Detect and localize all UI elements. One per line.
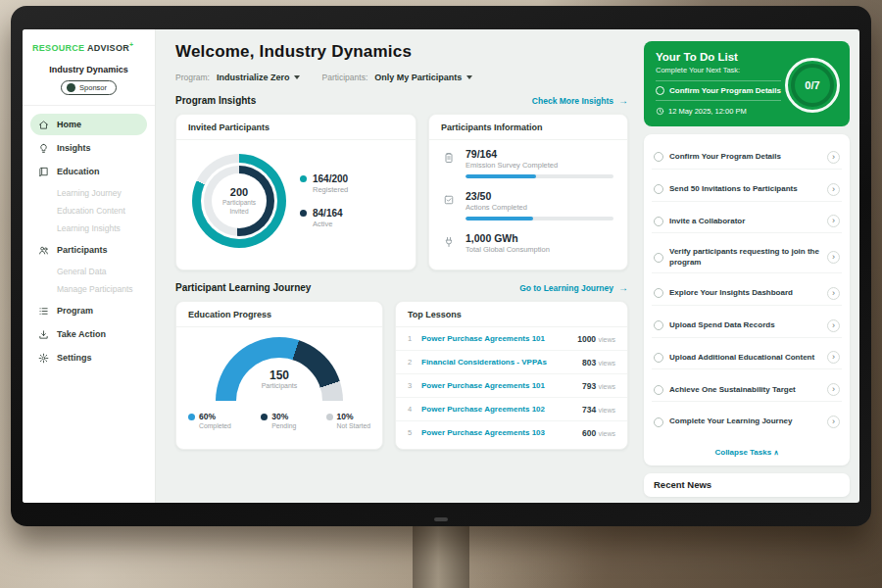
participants-information-card: Participants Information 79/164 Emission… <box>428 114 628 270</box>
todo-task[interactable]: Achieve One Sustainability Target › <box>652 378 842 402</box>
sidebar-item-program[interactable]: Program <box>30 300 147 321</box>
recent-news-header: Recent News <box>644 473 850 497</box>
lesson-views-word: views <box>598 383 615 390</box>
lesson-link[interactable]: Power Purchase Agreements 101 <box>421 381 574 390</box>
task-checkbox[interactable] <box>654 385 663 395</box>
donut-center-value: 200 <box>230 186 248 198</box>
chevron-right-icon[interactable]: › <box>827 383 840 396</box>
task-label: Upload Spend Data Records <box>669 320 821 330</box>
chevron-up-icon: ∧ <box>773 449 778 456</box>
sponsor-label: Sponsor <box>79 83 107 92</box>
monitor-logo <box>434 517 448 521</box>
sidebar-item-label: Settings <box>57 353 92 363</box>
sidebar-item-learning-insights[interactable]: Learning Insights <box>30 220 147 237</box>
go-to-learning-journey-label: Go to Learning Journey <box>519 283 613 293</box>
sponsor-badge[interactable]: Sponsor <box>61 80 117 95</box>
task-checkbox[interactable] <box>654 184 663 194</box>
sidebar-item-general-data[interactable]: General Data <box>30 263 147 280</box>
education-progress-card-title: Education Progress <box>176 302 382 327</box>
task-checkbox[interactable] <box>654 217 663 226</box>
todo-task[interactable]: Send 50 Invitations to Participants › <box>652 178 842 202</box>
gauge-legend: 60% Completed 30% Pending 10% Not Starte… <box>176 404 382 429</box>
sidebar-item-take-action[interactable]: Take Action <box>30 323 147 345</box>
sidebar-item-insights[interactable]: Insights <box>30 137 147 159</box>
lesson-rank: 3 <box>408 381 414 390</box>
legend-label: Not Started <box>337 422 370 429</box>
chevron-right-icon[interactable]: › <box>827 215 840 227</box>
collapse-tasks-label: Collapse Tasks <box>714 448 771 457</box>
legend-label: Registered <box>313 185 348 194</box>
sidebar-item-education[interactable]: Education <box>30 161 147 182</box>
main-content: Welcome, Industry Dynamics Program: Indu… <box>156 29 640 503</box>
chevron-down-icon <box>294 75 300 79</box>
program-filter-value: Industrialize Zero <box>217 73 290 82</box>
legend-label: Active <box>313 220 343 228</box>
chevron-right-icon[interactable]: › <box>827 251 840 264</box>
task-label: Achieve One Sustainability Target <box>669 385 821 395</box>
task-label: Upload Additional Educational Content <box>669 353 821 363</box>
task-checkbox[interactable] <box>656 86 664 95</box>
info-value: 1,000 GWh <box>466 232 613 244</box>
page-title: Welcome, Industry Dynamics <box>175 42 628 62</box>
todo-task[interactable]: Verify participants requesting to join t… <box>652 242 842 273</box>
learning-journey-title: Participant Learning Journey <box>175 282 311 293</box>
go-to-learning-journey-link[interactable]: Go to Learning Journey→ <box>519 282 628 293</box>
chevron-right-icon[interactable]: › <box>827 183 840 196</box>
todo-task[interactable]: Upload Additional Educational Content › <box>652 346 842 369</box>
sidebar-item-home[interactable]: Home <box>30 114 147 135</box>
chevron-right-icon[interactable]: › <box>827 351 840 364</box>
chevron-right-icon[interactable]: › <box>827 287 840 300</box>
todo-task[interactable]: Confirm Your Program Details › <box>652 146 842 170</box>
donut-legend: 164/200 Registered 84/164 Active <box>300 173 348 228</box>
lesson-link[interactable]: Power Purchase Agreements 103 <box>421 428 574 437</box>
sidebar-item-learning-journey[interactable]: Learning Journey <box>30 184 147 202</box>
task-checkbox[interactable] <box>654 417 663 427</box>
info-value: 23/50 <box>466 190 613 202</box>
gray-dot-icon <box>326 414 333 420</box>
sidebar-item-participants[interactable]: Participants <box>30 239 147 261</box>
task-label: Verify participants requesting to join t… <box>669 247 821 268</box>
sidebar-item-settings[interactable]: Settings <box>30 347 147 368</box>
lesson-link[interactable]: Power Purchase Agreements 101 <box>421 334 569 343</box>
task-checkbox[interactable] <box>654 353 663 363</box>
task-checkbox[interactable] <box>654 288 663 298</box>
gauge-center-label: Participants <box>216 382 343 389</box>
lesson-row: 5 Power Purchase Agreements 103 600 view… <box>396 421 627 444</box>
sidebar-item-manage-participants[interactable]: Manage Participants <box>30 280 147 298</box>
collapse-tasks-link[interactable]: Collapse Tasks ∧ <box>652 442 842 464</box>
sidebar-item-label: Insights <box>57 143 91 153</box>
todo-task[interactable]: Complete Your Learning Journey › <box>652 411 842 433</box>
chevron-right-icon[interactable]: › <box>827 319 840 332</box>
program-filter-dropdown[interactable]: Industrialize Zero <box>217 73 301 82</box>
task-checkbox[interactable] <box>654 152 663 162</box>
legend-value: 60% <box>199 412 231 421</box>
lesson-link[interactable]: Power Purchase Agreements 102 <box>421 405 574 414</box>
todo-next-task[interactable]: Confirm Your Program Details <box>656 80 781 101</box>
task-checkbox[interactable] <box>654 253 663 263</box>
sidebar-item-label: Take Action <box>57 329 106 339</box>
participants-information-card-title: Participants Information <box>429 115 627 140</box>
todo-task[interactable]: Invite a Collaborator › <box>652 210 842 233</box>
legend-value: 84/164 <box>313 208 343 219</box>
chevron-right-icon[interactable]: › <box>827 151 840 164</box>
learning-journey-header: Participant Learning Journey Go to Learn… <box>175 282 628 293</box>
check-more-insights-link[interactable]: Check More Insights→ <box>532 95 628 106</box>
sidebar-item-label: Participants <box>57 245 108 255</box>
lesson-rank: 5 <box>408 428 414 437</box>
todo-task[interactable]: Upload Spend Data Records › <box>652 315 842 338</box>
todo-progress-ring: 0/7 <box>785 58 840 113</box>
sidebar-item-education-content[interactable]: Education Content <box>30 202 147 220</box>
gear-icon <box>38 352 50 364</box>
lesson-link[interactable]: Financial Considerations - VPPAs <box>421 358 574 367</box>
clipboard-icon <box>443 148 457 178</box>
chevron-right-icon[interactable]: › <box>827 416 840 428</box>
todo-panel: Your To Do List Complete Your Next Task:… <box>640 29 859 503</box>
sponsor-icon <box>67 83 75 92</box>
actions-progress-bar <box>466 217 613 220</box>
participants-filter-dropdown[interactable]: Only My Participants <box>374 73 472 82</box>
task-checkbox[interactable] <box>654 320 663 330</box>
todo-task[interactable]: Explore Your Insights Dashboard › <box>652 282 842 306</box>
check-more-insights-label: Check More Insights <box>532 96 613 106</box>
sidebar-item-label: Program <box>57 306 93 316</box>
teal-dot-icon <box>300 175 307 182</box>
